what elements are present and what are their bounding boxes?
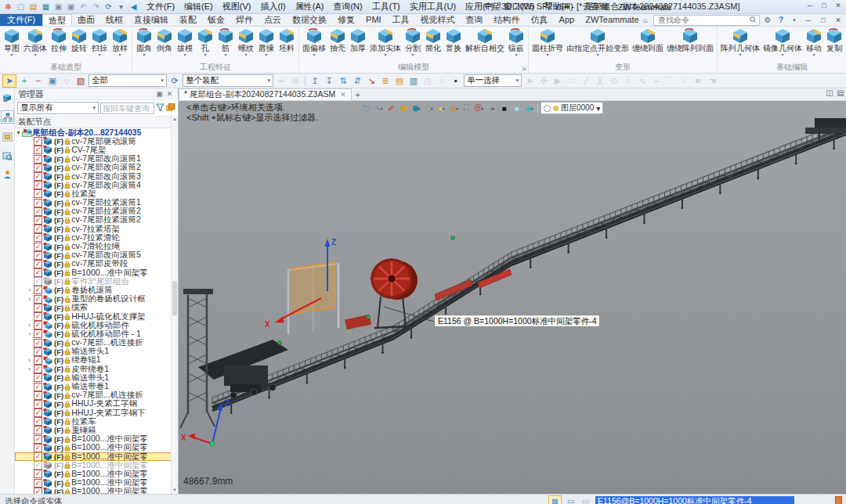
display-icon[interactable]: ▭ [580,496,591,504]
align-3-icon[interactable]: ⇅ [337,75,349,87]
folder-parts-icon[interactable]: ▥ [407,75,420,87]
tree-item[interactable]: ✓(F)输送带头1 [15,347,178,356]
status-selection-field[interactable]: E1156@B=1000H=1000标准中间架零件-4 [595,496,794,504]
visibility-checkbox[interactable]: ✓ [34,225,42,233]
hatch-icon[interactable]: Ⓗ▾ [473,103,485,113]
ribbon-button-添加实体[interactable]: 添加实体▾ [368,27,403,58]
visibility-checkbox[interactable]: ✓ [34,181,42,189]
tree-search-input[interactable] [100,103,154,114]
ribbon-button-六面体[interactable]: 六面体▾ [22,27,49,58]
tree-item[interactable]: ✓(F)cv-7尾部改向滚筒1 [15,155,178,164]
graphics-area[interactable]: ZXZX <单击右键>环境相关选项. <Shift +鼠标右键>显示选择过滤器.… [179,101,846,494]
ribbon-button-解析自相交[interactable]: 解析自相交 [464,27,506,58]
window-minimize-button[interactable]: ─ [804,0,816,11]
ribbon-tab-结构件[interactable]: 结构件 [489,14,526,26]
pick-frame-icon[interactable]: ▣ [46,75,59,87]
ribbon-button-旋转[interactable]: 旋转 [69,27,89,58]
open-file-icon[interactable]: ▤ [28,2,38,12]
ribbon-tab-PMI[interactable]: PMI [360,14,387,26]
mdi-close-button[interactable]: ✕ [832,15,844,26]
ribbon-button-坯料[interactable]: 坯料 [277,27,297,58]
texture-icon[interactable]: ◍▾ [448,103,460,113]
tree-item[interactable]: ✓(F)拉紧车 [15,417,178,426]
add-to-selection-icon[interactable]: + [18,75,31,87]
ribbon-button-拉伸[interactable]: 拉伸 [49,27,69,58]
close-icon[interactable]: ✕ [164,90,175,98]
visibility-checkbox[interactable]: ✓ [34,304,42,312]
ribbon-button-复制[interactable]: 复制 [824,27,844,58]
clock-icon[interactable]: ◷ [421,75,434,87]
visibility-checkbox[interactable]: ✓ [34,409,42,417]
ribbon-button-缠绕到面[interactable]: 缠绕到面 [631,27,665,58]
visibility-checkbox[interactable]: ✓ [34,365,42,373]
expander-icon[interactable]: ▾ [15,129,22,136]
visibility-checkbox[interactable]: ✓ [34,479,42,488]
panel-toggle-icon[interactable]: ◫ [824,88,835,100]
ribbon-tab-App[interactable]: App [554,14,580,26]
expander-icon[interactable]: › [26,286,33,293]
visibility-checkbox[interactable]: ✓ [34,164,42,172]
pencil-icon[interactable]: ✐ [385,103,397,113]
visibility-checkbox[interactable]: ✓ [34,356,42,365]
circle-tool-icon[interactable]: ○ [622,75,634,87]
visibility-checkbox[interactable]: ✓ [34,444,42,452]
print-preview-icon[interactable]: ▣ [66,2,76,12]
funnel-icon[interactable] [156,103,164,113]
visibility-checkbox[interactable]: ✓ [34,383,42,391]
display-filter-dropdown[interactable]: 显示所有▾ [17,102,99,114]
visibility-checkbox[interactable]: ✓ [34,216,42,225]
tree-item[interactable]: ›✓(F)卷扬机滚筒 [15,286,178,294]
dialog-launcher-icon[interactable]: ⇲ [521,65,526,72]
back-icon[interactable]: ◀ [128,2,139,12]
visibility-checkbox[interactable]: ✓ [34,452,42,461]
expander-icon[interactable]: › [26,330,33,337]
rule-a-icon[interactable]: ≃ [275,75,287,87]
bg-blue-swatch[interactable]: ■ [511,103,522,113]
stack-icon[interactable]: ≣ [379,75,392,87]
align-4-icon[interactable]: ⇵ [351,75,363,87]
tree-icon[interactable] [1,110,14,124]
cross-tool-icon[interactable]: ╳ [594,75,606,87]
scroll-thumb[interactable] [172,281,177,315]
scroll-down-arrow[interactable]: ▼ [172,486,178,494]
tree-root-item[interactable]: ▾尾部组合-副本20...827144035 [15,128,170,137]
new-file-icon[interactable]: ▢ [16,2,26,12]
tree-item[interactable]: ✓(F)cv-7尾部改向滚筒3 [15,172,178,181]
tree-item[interactable]: ✓(F)B=1000...准中间架零 [15,461,178,470]
command-search-box[interactable] [653,15,760,26]
window-restore-button[interactable]: □ [818,0,830,11]
menu-item-4[interactable]: 属性(A) [291,1,329,13]
tab-close-icon[interactable]: ✕ [340,91,346,99]
ribbon-button-抽壳[interactable]: 抽壳 [327,27,348,58]
visibility-checkbox[interactable]: ✓ [34,207,42,216]
tree-item[interactable]: ✓(F)cv-7尾部驱动滚筒 [15,137,178,146]
layer-dropdown[interactable]: 图层0000▾ [540,102,603,114]
ribbon-tab-焊件[interactable]: 焊件 [230,14,258,26]
wireframe-icon[interactable]: ⬡▾ [423,103,435,113]
column-filter-icon[interactable]: ▧ [74,75,87,87]
ribbon-button-放样[interactable]: 放样▾ [110,27,130,58]
part-yellow-icon[interactable]: ⬢ [398,103,410,113]
folder-docs-icon[interactable]: ▤ [393,75,406,87]
expander-icon[interactable]: › [26,357,33,364]
align-1-icon[interactable]: ↥ [309,75,321,87]
visibility-checkbox[interactable]: ✓ [34,277,42,286]
user-icon[interactable] [2,168,13,180]
visibility-checkbox[interactable]: ✓ [34,321,42,329]
wave-tool-icon[interactable]: ≈ [650,75,663,87]
tree-item[interactable]: ✓(F)cv-7拉紧滑轮 [15,233,178,242]
collapse-icon[interactable] [166,103,175,113]
ribbon-tab-数据交换[interactable]: 数据交换 [287,14,332,26]
menu-item-2[interactable]: 视图(V) [218,1,256,13]
tree-item[interactable]: ›✓(F)重型的卷扬机设计框 [15,295,178,304]
shade-mode-icon[interactable]: ◑▾ [486,103,497,113]
tree-item[interactable]: ✓(F)cv-7尾部改向滚筒2 [15,164,178,172]
mdi-minimize-button[interactable]: ─ [802,15,815,26]
visibility-checkbox[interactable]: ✓ [34,417,42,426]
ribbon-button-圆角[interactable]: 圆角▾ [134,27,154,58]
visibility-checkbox[interactable]: ✓ [34,243,42,251]
line-tool-icon[interactable]: ╱ [580,75,592,87]
ribbon-button-镶嵌[interactable]: 镶嵌▾ [506,27,526,58]
ribbon-tab-直接编辑[interactable]: 直接编辑 [128,14,174,26]
remove-from-selection-icon[interactable]: − [32,75,45,87]
